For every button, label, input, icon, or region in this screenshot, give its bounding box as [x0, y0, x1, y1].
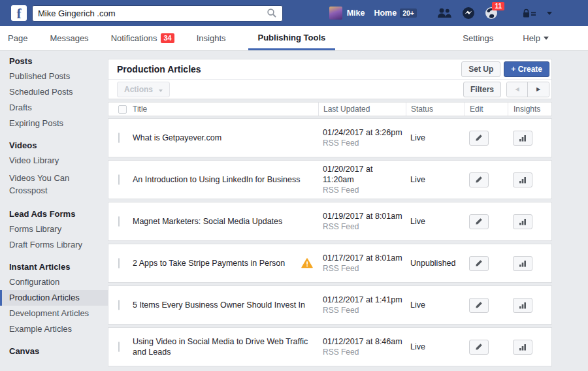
- sidebar-item-draft-forms-library[interactable]: Draft Forms Library: [0, 237, 108, 253]
- avatar[interactable]: [329, 7, 342, 20]
- pencil-icon: [475, 343, 483, 351]
- sidebar-item-drafts[interactable]: Drafts: [0, 100, 108, 116]
- filters-button[interactable]: Filters: [463, 82, 501, 97]
- bar-chart-icon: [519, 301, 527, 309]
- sidebar-item-video-library[interactable]: Video Library: [0, 153, 108, 169]
- article-row: What is Getpayever.com 01/24/2017 at 3:2…: [108, 118, 552, 157]
- insights-button[interactable]: [513, 214, 532, 229]
- article-title[interactable]: What is Getpayever.com: [133, 133, 318, 143]
- article-row: An Introduction to Using LinkedIn for Bu…: [108, 160, 552, 199]
- profile-name-link[interactable]: Mike: [347, 8, 365, 18]
- article-row: Using Video in Social Media to Drive Web…: [108, 327, 552, 366]
- actions-dropdown-button[interactable]: Actions: [117, 82, 170, 97]
- last-updated: 01/12/2017 at 1:41pm: [323, 295, 406, 305]
- sidebar-item-production-articles[interactable]: Production Articles: [0, 290, 108, 306]
- row-checkbox[interactable]: [118, 216, 120, 227]
- bar-chart-icon: [519, 134, 527, 142]
- bar-chart-icon: [519, 259, 527, 267]
- privacy-shortcuts-button[interactable]: [522, 8, 536, 18]
- row-checkbox[interactable]: [118, 342, 120, 352]
- last-updated: 01/24/2017 at 3:26pm: [323, 127, 406, 138]
- sidebar-item-forms-library[interactable]: Forms Library: [0, 221, 108, 237]
- row-checkbox[interactable]: [118, 258, 120, 268]
- home-link[interactable]: Home: [374, 8, 397, 18]
- article-source: RSS Feed: [323, 263, 406, 274]
- sidebar-item-videos-you-can-crosspost[interactable]: Videos You Can Crosspost: [0, 169, 108, 200]
- column-header-status[interactable]: Status: [406, 103, 465, 116]
- friend-requests-button[interactable]: [436, 8, 452, 18]
- notifications-tab-badge: 34: [161, 33, 174, 43]
- tab-page[interactable]: Page: [8, 26, 27, 50]
- publishing-tools-sidebar: Posts Published Posts Scheduled Posts Dr…: [0, 51, 108, 371]
- sidebar-item-scheduled-posts[interactable]: Scheduled Posts: [0, 84, 108, 100]
- page-title: Production Articles: [117, 64, 201, 74]
- row-checkbox[interactable]: [118, 133, 120, 143]
- warning-icon: [301, 258, 313, 268]
- bar-chart-icon: [519, 343, 527, 351]
- column-header-last-updated[interactable]: Last Updated: [318, 103, 406, 116]
- help-menu[interactable]: Help: [523, 33, 549, 43]
- pencil-icon: [475, 218, 483, 225]
- set-up-button[interactable]: Set Up: [461, 61, 500, 77]
- privacy-shortcuts-lock-icon: [522, 8, 536, 18]
- account-menu-caret-icon[interactable]: [547, 12, 552, 15]
- sidebar-item-published-posts[interactable]: Published Posts: [0, 69, 108, 84]
- article-title[interactable]: 5 Items Every Business Owner Should Inve…: [133, 300, 318, 310]
- article-title[interactable]: Magnet Marketers: Social Media Updates: [133, 216, 318, 227]
- actions-label: Actions: [124, 85, 153, 94]
- topbar-right-cluster: Mike Home 20+: [329, 7, 588, 20]
- sidebar-item-expiring-posts[interactable]: Expiring Posts: [0, 116, 108, 131]
- insights-button[interactable]: [513, 131, 532, 146]
- insights-button[interactable]: [513, 256, 532, 271]
- pencil-icon: [475, 134, 483, 142]
- edit-button[interactable]: [469, 172, 489, 187]
- sidebar-item-example-articles[interactable]: Example Articles: [0, 321, 108, 337]
- next-page-button[interactable]: ▶: [528, 82, 549, 97]
- edit-button[interactable]: [469, 256, 489, 271]
- insights-button[interactable]: [513, 340, 532, 355]
- select-all-checkbox[interactable]: [118, 105, 127, 114]
- article-title[interactable]: Using Video in Social Media to Drive Web…: [133, 336, 318, 357]
- help-label: Help: [523, 33, 540, 43]
- pagination: ◀ ▶: [506, 82, 549, 97]
- pencil-icon: [475, 301, 483, 309]
- search-icon[interactable]: [267, 8, 277, 18]
- article-title[interactable]: An Introduction to Using LinkedIn for Bu…: [133, 174, 318, 185]
- row-checkbox[interactable]: [118, 300, 120, 310]
- create-button[interactable]: + Create: [504, 61, 549, 77]
- sidebar-section-lead-ads-forms: Lead Ads Forms: [0, 209, 108, 221]
- article-rows: What is Getpayever.com 01/24/2017 at 3:2…: [108, 118, 552, 366]
- notifications-button[interactable]: 11: [485, 7, 498, 20]
- tab-insights[interactable]: Insights: [197, 26, 226, 50]
- sidebar-item-development-articles[interactable]: Development Articles: [0, 306, 108, 321]
- edit-button[interactable]: [469, 214, 489, 229]
- tab-notifications[interactable]: Notifications 34: [111, 26, 174, 50]
- search-input[interactable]: [33, 8, 267, 18]
- messenger-button[interactable]: [462, 7, 475, 20]
- row-checkbox[interactable]: [118, 174, 120, 185]
- article-source: RSS Feed: [323, 305, 406, 315]
- tab-messages[interactable]: Messages: [50, 26, 88, 50]
- bar-chart-icon: [519, 176, 527, 184]
- previous-page-button[interactable]: ◀: [507, 82, 528, 97]
- settings-link[interactable]: Settings: [463, 33, 493, 43]
- column-header-title[interactable]: Title: [133, 103, 318, 116]
- edit-button[interactable]: [469, 340, 489, 355]
- article-source: RSS Feed: [323, 347, 406, 357]
- tab-publishing-tools[interactable]: Publishing Tools: [248, 26, 336, 50]
- edit-button[interactable]: [469, 131, 489, 146]
- edit-button[interactable]: [469, 298, 489, 313]
- messenger-icon: [462, 7, 475, 20]
- insights-button[interactable]: [513, 172, 532, 187]
- pencil-icon: [475, 259, 483, 267]
- article-title[interactable]: 2 Apps to Take Stripe Payments in Person: [133, 258, 301, 268]
- panel-header-card: Production Articles Set Up + Create Acti…: [108, 59, 552, 99]
- status-label: Live: [406, 342, 465, 351]
- article-source: RSS Feed: [323, 221, 406, 232]
- facebook-logo-icon[interactable]: f: [11, 5, 27, 21]
- insights-button[interactable]: [513, 298, 532, 313]
- status-label: Live: [406, 175, 465, 184]
- page-admin-nav: Page Messages Notifications 34 Insights …: [0, 26, 588, 51]
- article-source: RSS Feed: [323, 185, 406, 195]
- sidebar-item-configuration[interactable]: Configuration: [0, 274, 108, 290]
